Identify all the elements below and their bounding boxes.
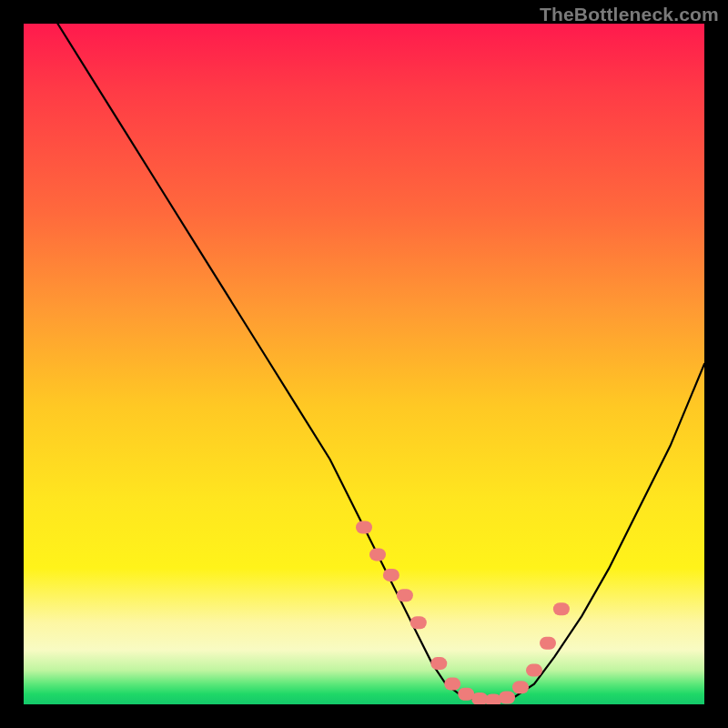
bottleneck-curve-path [57, 24, 704, 701]
valley-marker [369, 548, 386, 561]
valley-marker [430, 657, 447, 670]
valley-marker [499, 692, 515, 704]
plot-area [24, 24, 704, 704]
valley-marker [512, 681, 529, 693]
valley-marker [540, 637, 556, 650]
valley-marker [383, 569, 399, 581]
valley-marker [356, 521, 372, 534]
curve-group [57, 24, 704, 704]
valley-marker [444, 678, 460, 691]
valley-marker [553, 602, 570, 615]
marker-group [356, 521, 570, 705]
valley-marker [397, 589, 413, 602]
curve-svg [24, 24, 704, 704]
chart-frame: TheBottleneck.com [0, 0, 728, 728]
watermark-label: TheBottleneck.com [540, 4, 719, 25]
valley-marker [526, 664, 542, 677]
valley-marker [410, 616, 427, 629]
